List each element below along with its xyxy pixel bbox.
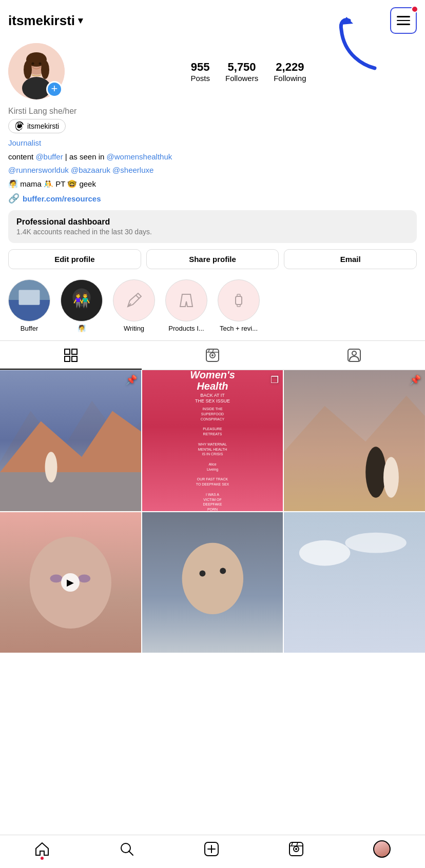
svg-point-31: [352, 351, 356, 355]
svg-line-61: [292, 842, 293, 846]
highlight-label-products: Products I...: [168, 325, 204, 332]
svg-rect-35: [0, 472, 141, 511]
highlight-label-buffer: Buffer: [21, 325, 38, 332]
svg-rect-19: [237, 305, 240, 307]
bio-content-text: content: [8, 152, 35, 161]
bazaar-link[interactable]: @bazaaruk: [71, 166, 110, 174]
svg-point-43: [50, 574, 63, 582]
bio-content-line: content @buffer | as seen in @womensheal…: [8, 151, 417, 163]
photo-cell-2[interactable]: Women'sHealth BACK AT ITTHE SEX ISSUE IN…: [142, 370, 283, 511]
highlight-circle-emoji: 👫: [61, 279, 103, 321]
nav-avatar: [373, 840, 391, 858]
photo-cell-5[interactable]: [142, 512, 283, 653]
photo-cell-6[interactable]: [284, 512, 425, 653]
profile-section: + 955 Posts 5,750 Followers 2,229 Follow…: [0, 38, 425, 340]
tab-tagged[interactable]: [283, 341, 425, 370]
svg-text:👫: 👫: [73, 292, 91, 309]
nav-reels[interactable]: [288, 841, 304, 857]
following-stat[interactable]: 2,229 Following: [274, 60, 306, 83]
posts-label: Posts: [190, 74, 210, 83]
svg-line-62: [297, 842, 298, 846]
nav-search[interactable]: [119, 841, 134, 857]
writing-icon: [124, 290, 144, 311]
photo-cell-4[interactable]: ▶: [0, 512, 141, 653]
tab-grid[interactable]: [0, 341, 142, 370]
svg-rect-11: [19, 290, 40, 305]
notification-button[interactable]: [358, 9, 381, 32]
highlight-writing[interactable]: Writing: [113, 279, 155, 332]
email-button[interactable]: Email: [284, 249, 417, 269]
photo-cell-1[interactable]: 📌: [0, 370, 141, 511]
svg-point-6: [41, 60, 49, 79]
highlight-emoji[interactable]: 👫 🧖: [61, 279, 103, 332]
stats-row: 955 Posts 5,750 Followers 2,229 Followin…: [80, 60, 417, 83]
threads-link[interactable]: itsmekirsti: [8, 119, 66, 133]
nav-create[interactable]: [204, 841, 219, 857]
sheerluxe-link[interactable]: @sheerluxe: [112, 166, 153, 174]
svg-line-53: [129, 851, 133, 855]
svg-point-39: [366, 447, 387, 498]
highlight-circle-tech: [218, 279, 260, 321]
nav-home[interactable]: [34, 841, 50, 857]
highlight-label-writing: Writing: [124, 325, 144, 332]
svg-point-48: [220, 568, 226, 574]
highlight-circle-buffer: [8, 279, 50, 321]
journalist-link[interactable]: Journalist: [8, 138, 41, 147]
username-area[interactable]: itsmekirsti ▾: [8, 13, 83, 29]
nav-profile[interactable]: [373, 840, 391, 858]
plus-icon: +: [51, 83, 58, 94]
action-buttons: Edit profile Share profile Email: [8, 249, 417, 269]
profile-name: Kirsti Lang she/her: [8, 107, 417, 116]
posts-stat[interactable]: 955 Posts: [190, 60, 210, 83]
svg-point-47: [199, 570, 205, 576]
share-profile-button[interactable]: Share profile: [146, 249, 279, 269]
followers-count: 5,750: [228, 60, 256, 74]
threads-handle: itsmekirsti: [27, 122, 59, 130]
menu-line-3: [397, 24, 410, 25]
svg-rect-23: [72, 356, 77, 361]
photo-1-image: [0, 370, 141, 511]
svg-point-8: [39, 63, 42, 65]
bio-section: Kirsti Lang she/her itsmekirsti Journali…: [8, 107, 417, 204]
buffer-thumbnail: [9, 279, 50, 321]
highlight-label-tech: Tech + revi...: [220, 325, 258, 332]
svg-rect-49: [284, 512, 425, 653]
external-link[interactable]: 🔗 buffer.com/resources: [8, 193, 417, 204]
products-icon: [176, 290, 197, 311]
highlight-tech[interactable]: Tech + revi...: [218, 279, 260, 332]
highlight-products[interactable]: Products I...: [165, 279, 207, 332]
highlight-circle-writing: [113, 279, 155, 321]
followers-stat[interactable]: 5,750 Followers: [225, 60, 258, 83]
photo-cell-3[interactable]: 📌: [284, 370, 425, 511]
professional-dashboard[interactable]: Professional dashboard 1.4K accounts rea…: [8, 210, 417, 243]
following-count: 2,229: [276, 60, 304, 74]
svg-rect-20: [65, 349, 70, 354]
photo-5-image: [142, 512, 283, 653]
header: itsmekirsti ▾: [0, 0, 425, 38]
home-icon: [34, 841, 50, 857]
magazine-body: INSIDE THESUPERFOODCONSPIRACYPLEASURERET…: [196, 407, 229, 511]
highlights-row: Buffer 👫 🧖 Writing: [8, 277, 417, 340]
header-icons: [358, 7, 417, 34]
bio-seen-text: | as seen in: [63, 152, 107, 161]
bottom-navigation: [0, 835, 425, 868]
svg-rect-21: [72, 349, 77, 354]
menu-button[interactable]: [390, 7, 417, 34]
svg-point-7: [32, 63, 34, 65]
svg-point-5: [24, 60, 32, 79]
womenshealth-link[interactable]: @womenshealthuk: [106, 152, 172, 161]
tab-reels[interactable]: [142, 341, 283, 370]
tagged-icon: [347, 348, 361, 362]
photo-3-image: [284, 370, 425, 511]
chevron-down-icon[interactable]: ▾: [78, 15, 83, 26]
runners-link[interactable]: @runnersworlduk: [8, 166, 69, 174]
menu-line-2: [397, 20, 410, 22]
svg-point-59: [295, 848, 297, 850]
search-icon: [119, 841, 134, 857]
buffer-link[interactable]: @buffer: [35, 152, 63, 161]
add-to-story-button[interactable]: +: [46, 81, 63, 97]
highlight-buffer[interactable]: Buffer: [8, 279, 50, 332]
tech-icon: [228, 290, 249, 311]
bio-publications-line: @runnersworlduk @bazaaruk @sheerluxe: [8, 165, 417, 176]
edit-profile-button[interactable]: Edit profile: [8, 249, 141, 269]
